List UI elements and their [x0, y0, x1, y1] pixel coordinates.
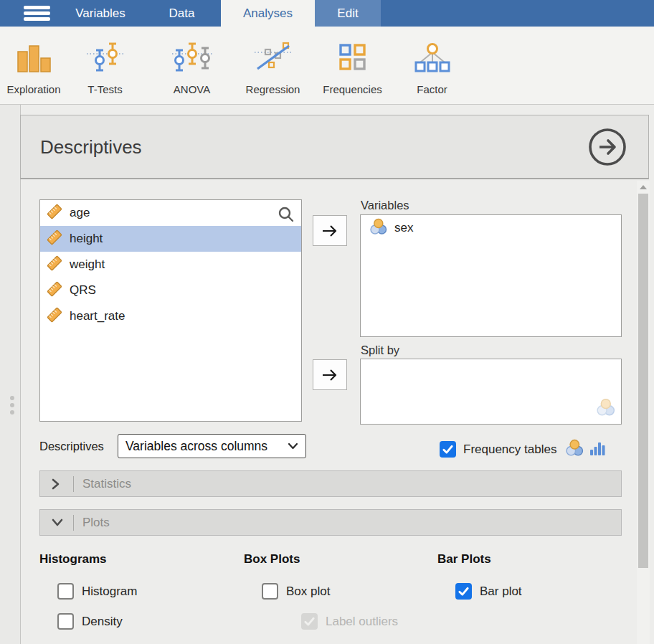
selected-option: Variables across columns	[125, 439, 288, 454]
move-to-variables-button[interactable]	[313, 215, 347, 246]
ribbon-item-label: Regression	[246, 83, 300, 95]
frequency-tables-icons	[565, 438, 605, 460]
descriptives-options-panel: Descriptives age	[0, 105, 654, 644]
box-plot-checkbox[interactable]	[262, 583, 278, 600]
density-checkbox[interactable]	[57, 613, 74, 630]
chevron-down-icon	[288, 440, 298, 453]
label-outliers-option: Label outliers	[301, 613, 398, 630]
regression-icon	[253, 41, 293, 78]
list-item[interactable]: weight	[40, 252, 301, 278]
density-option: Density	[57, 613, 123, 630]
bar-plots-heading: Bar Plots	[437, 552, 491, 567]
frequency-tables-option: Frequency tables	[440, 438, 605, 460]
section-label: Statistics	[82, 477, 131, 491]
ribbon-item-label: Factor	[417, 83, 447, 95]
frequency-tables-checkbox[interactable]	[440, 441, 456, 458]
descriptives-dropdown-label: Descriptives	[39, 440, 104, 453]
option-label: Label outliers	[326, 615, 398, 629]
hamburger-menu-icon[interactable]	[24, 6, 50, 21]
continuous-ruler-icon	[46, 306, 63, 327]
splitter-drag-handle-icon[interactable]	[10, 396, 16, 417]
ribbon-exploration-button[interactable]: Exploration	[0, 27, 67, 104]
tab-data[interactable]: Data	[143, 0, 220, 27]
list-item[interactable]: QRS	[40, 278, 301, 303]
option-label: Box plot	[286, 584, 330, 599]
statistics-section-header[interactable]: Statistics	[39, 470, 622, 497]
variable-name: height	[70, 232, 103, 246]
continuous-ruler-icon	[46, 229, 63, 250]
nominal-circles-icon	[565, 438, 584, 460]
move-to-split-by-button[interactable]	[313, 359, 347, 390]
panel-splitter[interactable]	[20, 105, 21, 644]
ribbon-t-tests-button[interactable]: T-Tests	[69, 27, 141, 104]
scrollbar-thumb[interactable]	[638, 194, 648, 568]
ribbon-factor-button[interactable]: Factor	[396, 27, 468, 104]
variables-target-box[interactable]: sex	[360, 214, 622, 337]
label-outliers-checkbox	[301, 613, 318, 630]
box-plot-option: Box plot	[262, 583, 330, 600]
continuous-ruler-icon	[46, 255, 63, 275]
divider	[73, 476, 74, 492]
ribbon-frequencies-button[interactable]: Frequencies	[316, 27, 389, 104]
bar-plot-option: Bar plot	[455, 583, 522, 600]
ribbon-anova-button[interactable]: ANOVA	[156, 27, 228, 104]
collapse-results-arrow-button[interactable]	[587, 127, 627, 167]
list-item[interactable]: age	[40, 200, 301, 226]
variable-name: heart_rate	[70, 309, 125, 323]
vertical-scrollbar[interactable]	[637, 181, 650, 644]
split-by-box-label: Split by	[361, 344, 399, 357]
tab-analyses[interactable]: Analyses	[221, 0, 315, 27]
list-item[interactable]: heart_rate	[40, 303, 301, 329]
section-label: Plots	[82, 516, 110, 530]
factor-icon	[412, 42, 453, 78]
variable-name: weight	[70, 257, 105, 272]
source-variables-list: age height	[39, 199, 302, 422]
anova-icon	[171, 41, 213, 78]
continuous-ruler-icon	[46, 203, 63, 224]
descriptives-header: Descriptives	[20, 115, 649, 179]
page-title: Descriptives	[40, 115, 142, 179]
frequencies-icon	[336, 42, 370, 78]
box-plots-heading: Box Plots	[244, 552, 300, 567]
chevron-right-icon	[52, 478, 63, 490]
ribbon-item-label: Exploration	[6, 83, 60, 95]
chevron-down-icon	[52, 518, 63, 526]
histograms-heading: Histograms	[39, 552, 107, 567]
bar-plot-checkbox[interactable]	[455, 583, 472, 600]
analyses-ribbon: Exploration T-Tests	[0, 27, 654, 105]
ribbon-item-label: Frequencies	[323, 83, 382, 95]
option-label: Bar plot	[480, 584, 522, 599]
divider	[73, 515, 74, 531]
ribbon-regression-button[interactable]: Regression	[237, 27, 309, 104]
list-item[interactable]: sex	[361, 215, 621, 241]
continuous-ruler-icon	[46, 280, 63, 301]
option-label: Histogram	[82, 584, 137, 599]
search-icon[interactable]	[277, 205, 295, 227]
variable-name: age	[70, 206, 90, 220]
histogram-option: Histogram	[57, 583, 137, 600]
nominal-circles-icon	[369, 217, 388, 240]
variables-box-label: Variables	[361, 199, 409, 212]
top-nav-bar: Variables Data Analyses Edit	[0, 0, 654, 27]
list-item[interactable]: height	[40, 226, 301, 252]
variable-name: QRS	[70, 283, 96, 298]
tab-variables[interactable]: Variables	[61, 0, 140, 27]
mini-bar-chart-icon	[589, 440, 605, 459]
ribbon-item-label: ANOVA	[174, 83, 210, 95]
ribbon-item-label: T-Tests	[87, 83, 122, 95]
bar-chart-icon	[14, 42, 53, 78]
scroll-up-arrow-icon[interactable]	[640, 185, 647, 189]
nominal-circles-icon	[596, 397, 616, 420]
option-label: Density	[82, 615, 123, 629]
plots-section-header[interactable]: Plots	[39, 509, 622, 536]
variable-name: sex	[394, 221, 413, 235]
t-tests-icon	[85, 41, 125, 78]
frequency-tables-label: Frequency tables	[463, 442, 556, 457]
histogram-checkbox[interactable]	[57, 583, 74, 600]
split-by-target-box[interactable]	[360, 359, 622, 425]
tab-edit[interactable]: Edit	[315, 0, 381, 27]
descriptives-layout-select[interactable]: Variables across columns	[118, 434, 306, 458]
